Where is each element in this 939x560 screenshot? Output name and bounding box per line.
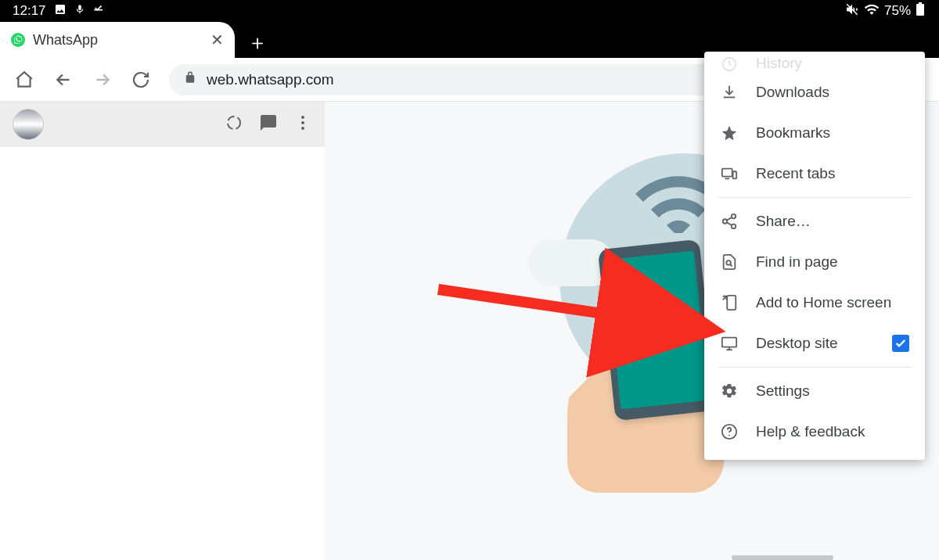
status-time: 12:17 [13, 3, 46, 19]
history-icon [720, 55, 739, 72]
tab-title: WhatsApp [33, 32, 198, 48]
new-tab-button[interactable]: ＋ [247, 29, 268, 56]
desktop-site-checkbox[interactable] [892, 335, 909, 352]
menu-item-settings[interactable]: Settings [704, 371, 925, 411]
whatsapp-sidebar [0, 102, 325, 560]
forward-button[interactable] [92, 70, 113, 90]
home-button[interactable] [14, 70, 34, 90]
menu-divider [718, 197, 911, 198]
sidebar-header [0, 102, 325, 147]
menu-item-bookmarks[interactable]: Bookmarks [704, 113, 925, 153]
wifi-icon [864, 2, 880, 21]
svg-point-12 [723, 219, 728, 224]
svg-point-4 [228, 117, 240, 129]
lock-icon [183, 70, 197, 88]
svg-point-18 [729, 435, 730, 436]
illustration-whatsapp-icon [635, 307, 679, 352]
close-tab-icon[interactable]: ✕ [206, 31, 224, 49]
menu-divider [718, 367, 911, 368]
mute-icon [845, 2, 859, 20]
menu-item-downloads[interactable]: Downloads [704, 72, 925, 113]
svg-rect-10 [733, 171, 737, 178]
status-bar: 12:17 75% [0, 0, 939, 22]
share-icon [720, 212, 739, 231]
menu-item-desktop-site[interactable]: Desktop site [704, 323, 925, 364]
add-to-home-screen-icon [720, 293, 739, 312]
menu-dots-icon[interactable] [293, 113, 312, 135]
help-icon [720, 422, 739, 441]
gesture-bar[interactable] [732, 555, 833, 560]
find-in-page-icon [720, 253, 739, 271]
tab-whatsapp[interactable]: WhatsApp ✕ [0, 22, 235, 58]
reload-button[interactable] [131, 70, 150, 89]
illustration-phone [598, 239, 717, 421]
battery-text: 75% [884, 3, 911, 19]
gear-icon [720, 382, 739, 400]
menu-item-add-to-home-screen[interactable]: Add to Home screen [704, 282, 925, 323]
devices-icon [720, 164, 739, 183]
svg-point-13 [732, 224, 736, 229]
svg-point-7 [301, 127, 304, 130]
menu-item-share[interactable]: Share… [704, 201, 925, 242]
svg-rect-15 [727, 296, 736, 310]
url-text: web.whatsapp.com [207, 71, 334, 88]
whatsapp-favicon-icon [11, 33, 25, 47]
svg-point-6 [301, 121, 304, 124]
download-icon [720, 83, 739, 102]
check-icon [93, 3, 106, 20]
chrome-overflow-menu: History Downloads Bookmarks Recent tabs … [704, 52, 925, 460]
status-icon[interactable] [225, 113, 243, 135]
svg-point-14 [726, 260, 731, 265]
battery-icon [916, 2, 925, 20]
star-icon [720, 124, 739, 142]
menu-item-recent-tabs[interactable]: Recent tabs [704, 153, 925, 194]
desktop-icon [720, 334, 739, 353]
svg-rect-2 [919, 2, 922, 4]
svg-point-11 [732, 214, 736, 219]
svg-rect-9 [722, 169, 732, 177]
image-icon [54, 3, 67, 20]
mic-icon [74, 3, 85, 19]
svg-point-5 [301, 116, 304, 119]
avatar[interactable] [13, 109, 44, 140]
back-button[interactable] [53, 70, 74, 90]
menu-item-history[interactable]: History [704, 55, 925, 72]
new-chat-icon[interactable] [259, 113, 278, 135]
svg-rect-16 [722, 338, 736, 347]
menu-item-help[interactable]: Help & feedback [704, 411, 925, 452]
menu-item-find-in-page[interactable]: Find in page [704, 242, 925, 282]
